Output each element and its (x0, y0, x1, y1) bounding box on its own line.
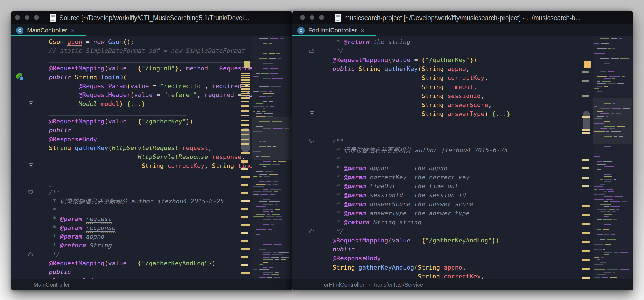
code-token[interactable]: String (212, 162, 234, 169)
code-token[interactable]: method (186, 65, 208, 72)
code-line[interactable]: */ (49, 250, 60, 259)
tab-close-icon[interactable]: × (71, 27, 74, 33)
breadcrumb-item[interactable]: MainController (34, 282, 70, 288)
tab-maincontroller[interactable]: C MainController × (11, 24, 78, 36)
code-token[interactable]: String (422, 92, 444, 99)
code-token[interactable]: ( (127, 83, 130, 90)
code-token[interactable]: answerScore (448, 101, 488, 108)
code-token[interactable]: request (182, 144, 208, 151)
code-token[interactable] (49, 100, 79, 107)
code-line[interactable]: /** (333, 137, 344, 146)
code-token[interactable]: String (333, 264, 355, 271)
code-token[interactable]: correctKey (448, 74, 484, 81)
code-token[interactable]: new (93, 38, 105, 45)
code-token[interactable]: Gson (108, 38, 123, 45)
fold-region-icon[interactable] (309, 49, 314, 54)
code-token[interactable]: @param (344, 183, 366, 190)
code-token[interactable]: HttpServletRequest (112, 144, 178, 151)
code-token[interactable]: required (212, 83, 242, 90)
code-token[interactable]: public (49, 127, 71, 134)
code-token[interactable]: String (359, 65, 381, 72)
code-token[interactable]: * (333, 219, 344, 226)
code-token[interactable]: , (462, 264, 466, 271)
code-token[interactable]: = (127, 260, 138, 267)
code-token[interactable]: { (138, 118, 141, 125)
code-token[interactable] (123, 100, 127, 107)
code-token[interactable] (97, 100, 101, 107)
code-token[interactable]: ; (130, 38, 134, 45)
code-token[interactable]: @RequestParam (79, 83, 127, 90)
code-line[interactable]: * @param response (49, 223, 115, 232)
code-token[interactable]: sessionId the session id (366, 192, 466, 199)
code-line[interactable]: /** (49, 188, 60, 197)
code-token[interactable]: loginD (101, 74, 123, 81)
code-token[interactable]: value (392, 237, 410, 244)
code-token[interactable] (440, 273, 444, 279)
code-token[interactable]: response (212, 153, 242, 160)
code-token[interactable]: , (204, 162, 212, 169)
code-line[interactable]: @RequestMapping(value = {"/gatherKey"}) (49, 117, 193, 126)
code-line[interactable]: public String gatherKey(String appno, (333, 65, 470, 73)
code-token[interactable]: = (153, 91, 164, 98)
code-token[interactable]: */ (49, 251, 60, 258)
code-token[interactable]: * (333, 174, 344, 181)
code-token[interactable]: @param (344, 210, 366, 217)
code-token[interactable] (333, 273, 418, 279)
code-line[interactable]: * @param timeOut the time out (333, 182, 458, 191)
code-token[interactable]: String string (370, 219, 421, 226)
code-token[interactable]: String (422, 110, 444, 117)
code-line[interactable]: * @param sessionId the session id (333, 191, 466, 200)
code-token[interactable]: @RequestMapping (49, 65, 105, 72)
code-token[interactable]: String (49, 144, 71, 151)
code-token[interactable]: response (86, 224, 115, 232)
code-token[interactable] (164, 162, 167, 169)
code-token[interactable]: } (208, 260, 212, 267)
code-line[interactable]: HttpServletResponse response, (49, 153, 245, 161)
code-area[interactable]: * @return the string */@RequestMapping(v… (333, 36, 583, 279)
code-token[interactable]: */ (333, 47, 344, 54)
code-line[interactable]: * @param appno the appno (333, 164, 448, 173)
code-token[interactable] (49, 153, 138, 160)
code-token[interactable] (444, 74, 447, 81)
code-token[interactable]: answerType (448, 110, 484, 117)
code-token[interactable]: value (134, 91, 153, 98)
code-token[interactable] (97, 74, 101, 81)
code-token[interactable] (333, 101, 422, 108)
code-token[interactable]: @param (60, 233, 82, 240)
code-line[interactable]: String correctKey, (333, 272, 484, 279)
code-token[interactable]: {...} (492, 110, 510, 117)
code-token[interactable]: String (141, 162, 164, 169)
code-token[interactable]: @ResponseBody (333, 255, 381, 262)
code-token[interactable]: value (130, 83, 149, 90)
code-token[interactable] (49, 162, 141, 169)
code-token[interactable]: , (179, 65, 186, 72)
code-token[interactable]: , (204, 83, 212, 90)
code-token[interactable]: @return (60, 242, 86, 249)
code-token[interactable]: required (204, 91, 234, 98)
code-line[interactable]: @RequestMapping(value = {"/gatherKey"}) (333, 56, 477, 65)
code-token[interactable] (488, 110, 492, 117)
code-token[interactable] (440, 264, 444, 271)
code-line[interactable]: * @return the string (333, 37, 410, 46)
code-line[interactable]: * 记录按键信息并更新积分 author jiezhou4 2015-6-25 (49, 197, 224, 206)
code-token[interactable]: "/gatherKeyAndLog" (425, 237, 492, 244)
code-token[interactable]: public (333, 65, 355, 72)
code-line[interactable]: String gatherKeyAndLog(String appno, (333, 263, 466, 272)
code-token[interactable]: ) (484, 110, 488, 117)
code-token[interactable]: * (333, 210, 344, 217)
code-token[interactable]: String (422, 74, 444, 81)
code-token[interactable]: @param (344, 174, 366, 181)
code-token[interactable] (64, 38, 67, 45)
code-token[interactable]: appno the appno (366, 165, 447, 172)
code-line[interactable]: @RequestMapping(value = {"/gatherKeyAndL… (49, 259, 216, 268)
code-token[interactable] (105, 38, 108, 45)
code-token[interactable]: @return (344, 219, 370, 226)
code-line[interactable]: String answerType) {...} (333, 109, 510, 118)
code-line[interactable]: * @param correctKey the correct key (333, 173, 470, 182)
code-token[interactable]: * (49, 233, 60, 240)
minimap-viewport[interactable] (593, 98, 632, 144)
code-token[interactable] (370, 38, 373, 45)
code-token[interactable]: answerScore the answer score (366, 201, 473, 208)
code-token[interactable]: value (108, 65, 127, 72)
code-token[interactable]: public (49, 74, 71, 81)
